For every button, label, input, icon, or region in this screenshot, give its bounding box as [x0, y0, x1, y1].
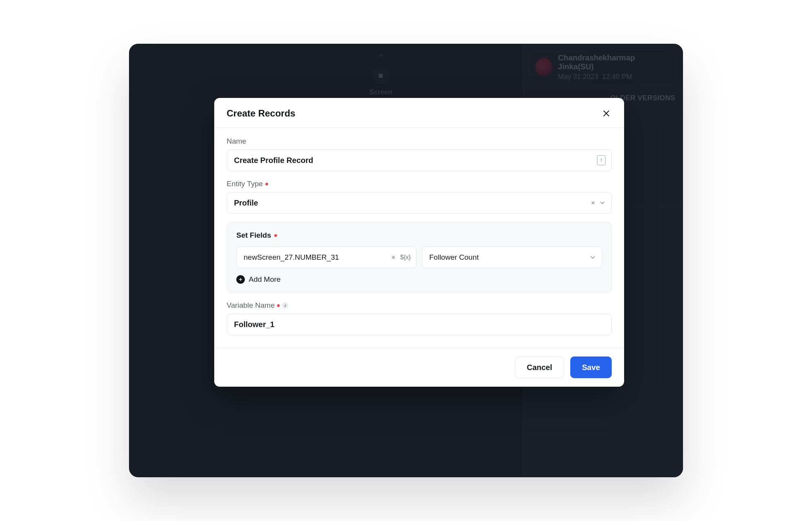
clear-icon[interactable]: ×	[391, 254, 396, 261]
modal-header: Create Records	[214, 98, 624, 128]
add-more-label: Add More	[249, 275, 280, 284]
cancel-button[interactable]: Cancel	[515, 356, 564, 378]
entity-type-label: Entity Type	[227, 180, 612, 188]
entity-type-group: Entity Type Profile ×	[227, 180, 612, 214]
required-indicator	[277, 304, 280, 307]
clear-icon[interactable]: ×	[591, 199, 595, 206]
entity-type-select[interactable]: Profile ×	[227, 192, 612, 214]
field-row: newScreen_27.NUMBER_31 × ${x} Follower C…	[236, 247, 602, 268]
chevron-down-icon	[589, 254, 596, 261]
variable-name-label: Variable Name i	[227, 301, 612, 310]
name-group: Name !	[227, 137, 612, 171]
name-input[interactable]	[227, 149, 612, 171]
save-button[interactable]: Save	[570, 356, 612, 378]
required-indicator	[265, 183, 268, 185]
add-more-button[interactable]: Add More	[236, 275, 280, 284]
modal-title: Create Records	[227, 108, 295, 119]
create-records-modal: Create Records Name ! Entity Type	[214, 98, 624, 387]
info-icon[interactable]: i	[282, 302, 288, 308]
field-expression-input[interactable]: newScreen_27.NUMBER_31 × ${x}	[236, 247, 416, 268]
plus-icon	[236, 275, 245, 284]
set-fields-label: Set Fields	[236, 231, 602, 240]
set-fields-panel: Set Fields newScreen_27.NUMBER_31 × ${x}…	[227, 222, 612, 293]
input-badge-icon: !	[597, 155, 606, 165]
close-icon[interactable]	[601, 108, 612, 119]
chevron-down-icon	[599, 199, 606, 206]
modal-footer: Cancel Save	[214, 348, 624, 387]
variable-name-group: Variable Name i	[227, 301, 612, 335]
app-canvas: Chandrashekharmap Jinka(SU) May 31 2023 …	[129, 44, 683, 477]
name-label: Name	[227, 137, 612, 146]
required-indicator	[274, 234, 277, 237]
entity-type-value: Profile	[234, 199, 258, 207]
expression-icon[interactable]: ${x}	[400, 254, 411, 261]
variable-name-input[interactable]	[227, 314, 612, 335]
field-target-select[interactable]: Follower Count	[422, 247, 602, 268]
modal-body: Name ! Entity Type Profile ×	[214, 128, 624, 348]
